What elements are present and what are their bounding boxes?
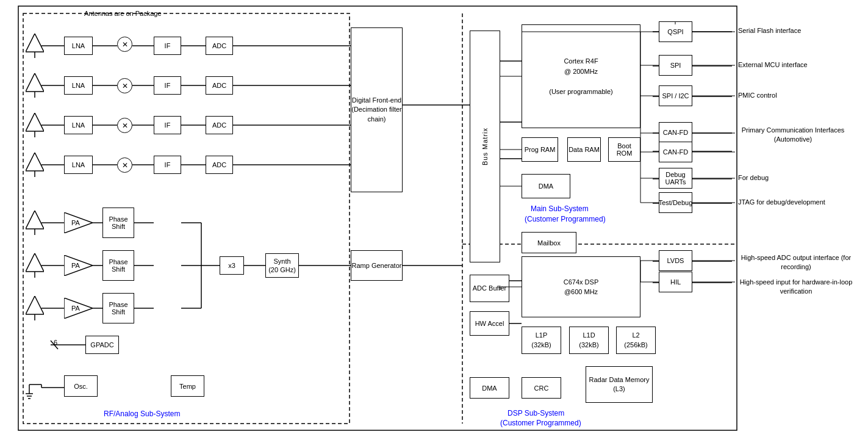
- dsp-subsystem-label2: (Customer Programmed): [500, 419, 581, 427]
- jtag-label: JTAG for debug/development: [738, 198, 825, 206]
- svg-text:PA: PA: [71, 262, 81, 269]
- lvds-desc-label: High-speed ADC output interface (for rec…: [738, 253, 854, 272]
- lna3-block: LNA: [64, 116, 93, 134]
- antenna-rx1: [26, 34, 44, 58]
- prog-ram-block: Prog RAM: [522, 137, 558, 162]
- for-debug-label: For debug: [738, 174, 769, 181]
- six-label: 6: [54, 339, 57, 346]
- boot-rom-block: Boot ROM: [608, 137, 640, 162]
- adc4-block: ADC: [206, 156, 233, 174]
- bus-matrix-block: Bus Matrix: [470, 31, 500, 262]
- if2-block: IF: [154, 76, 181, 95]
- if1-block: IF: [154, 37, 181, 55]
- adc-buffer-block: ADC Buffer: [470, 275, 509, 302]
- serial-flash-label: Serial Flash interface: [738, 27, 801, 34]
- adc3-block: ADC: [206, 116, 233, 134]
- cortex-block: Cortex R4F @ 200MHz (User programmable): [522, 24, 640, 128]
- debug-uarts-block: Debug UARTs: [659, 168, 692, 189]
- can-fd2-block: CAN-FD: [659, 142, 692, 162]
- svg-line-71: [26, 73, 35, 92]
- lvds-block: LVDS: [659, 250, 692, 271]
- phase-shift1-block: Phase Shift: [102, 208, 134, 238]
- l1d-block: L1D(32kB): [569, 327, 609, 354]
- lna2-block: LNA: [64, 76, 93, 95]
- svg-line-67: [26, 34, 35, 52]
- antenna-tx1: [26, 211, 44, 235]
- if4-block: IF: [154, 156, 181, 174]
- qspi-block: QSPI: [659, 21, 692, 42]
- svg-text:PA: PA: [71, 219, 81, 226]
- svg-line-79: [26, 153, 35, 171]
- svg-line-68: [35, 34, 44, 52]
- svg-line-75: [26, 113, 35, 131]
- antenna-tx2: [26, 253, 44, 278]
- can-fd1-block: CAN-FD: [659, 122, 692, 143]
- rf-subsystem-label: RF/Analog Sub-System: [104, 410, 180, 418]
- spi-i2c-block: SPI / I2C: [659, 85, 692, 106]
- l2-block: L2(256kB): [616, 327, 656, 354]
- adc1-block: ADC: [206, 37, 233, 55]
- mixer2: ✕: [117, 78, 132, 93]
- mailbox-block: Mailbox: [522, 232, 576, 253]
- svg-line-87: [26, 253, 35, 272]
- dma-main-block: DMA: [522, 174, 570, 198]
- svg-line-91: [26, 296, 35, 314]
- pmic-label: PMIC control: [738, 92, 777, 99]
- gpadc-block: GPADC: [85, 336, 119, 354]
- osc-block: Osc.: [64, 375, 98, 397]
- radar-data-block: Radar Data Memory(L3): [586, 366, 653, 403]
- x3-block: x3: [220, 256, 244, 275]
- main-subsystem-label: Main Sub-System: [531, 204, 589, 213]
- hil-desc-label: High-speed input for hardware-in-loop ve…: [738, 278, 854, 297]
- crc-block: CRC: [522, 377, 561, 399]
- svg-line-88: [35, 253, 44, 272]
- data-ram-block: Data RAM: [567, 137, 601, 162]
- primary-comm-label: Primary Communication Interfaces (Automo…: [738, 126, 848, 145]
- svg-line-92: [35, 296, 44, 314]
- antenna-rx3: [26, 113, 44, 137]
- test-debug-block: Test/Debug: [659, 192, 692, 213]
- svg-line-72: [35, 73, 44, 92]
- mixer3: ✕: [117, 118, 132, 133]
- digital-frontend-block: Digital Front-end (Decimation filter cha…: [351, 27, 403, 192]
- spi-block: SPI: [659, 55, 692, 76]
- temp-block: Temp: [171, 375, 204, 397]
- adc2-block: ADC: [206, 76, 233, 95]
- lna1-block: LNA: [64, 37, 93, 55]
- svg-line-83: [26, 211, 35, 229]
- mixer4: ✕: [117, 157, 132, 173]
- synth-block: Synth (20 GHz): [265, 253, 299, 278]
- hil-block: HIL: [659, 272, 692, 292]
- main-subsystem-label2: (Customer Programmed): [525, 215, 606, 223]
- antenna-rx2: [26, 73, 44, 98]
- pa1-svg: PA: [64, 212, 93, 233]
- antenna-tx3: [26, 296, 44, 320]
- svg-line-76: [35, 113, 44, 131]
- pa3-svg: PA: [64, 298, 93, 319]
- svg-line-80: [35, 153, 44, 171]
- antennas-note: Antennas are on Package: [84, 10, 162, 17]
- ramp-gen-block: Ramp Generator: [351, 250, 403, 281]
- pa2-svg: PA: [64, 255, 93, 276]
- antenna-rx4: [26, 153, 44, 177]
- svg-text:PA: PA: [71, 305, 81, 312]
- dsp-subsystem-label: DSP Sub-System: [508, 409, 564, 417]
- lna4-block: LNA: [64, 156, 93, 174]
- svg-line-84: [35, 211, 44, 229]
- l1p-block: L1P(32kB): [522, 327, 561, 354]
- hw-accel-block: HW Accel: [470, 311, 509, 336]
- ext-mcu-label: External MCU interface: [738, 61, 808, 68]
- phase-shift2-block: Phase Shift: [102, 250, 134, 281]
- diagram-container: Antennas are on Package: [0, 0, 868, 437]
- dma-dsp-block: DMA: [470, 377, 509, 399]
- c674x-block: C674x DSP @600 MHz: [522, 256, 640, 317]
- mixer1: ✕: [117, 37, 132, 52]
- if3-block: IF: [154, 116, 181, 134]
- phase-shift3-block: Phase Shift: [102, 293, 134, 323]
